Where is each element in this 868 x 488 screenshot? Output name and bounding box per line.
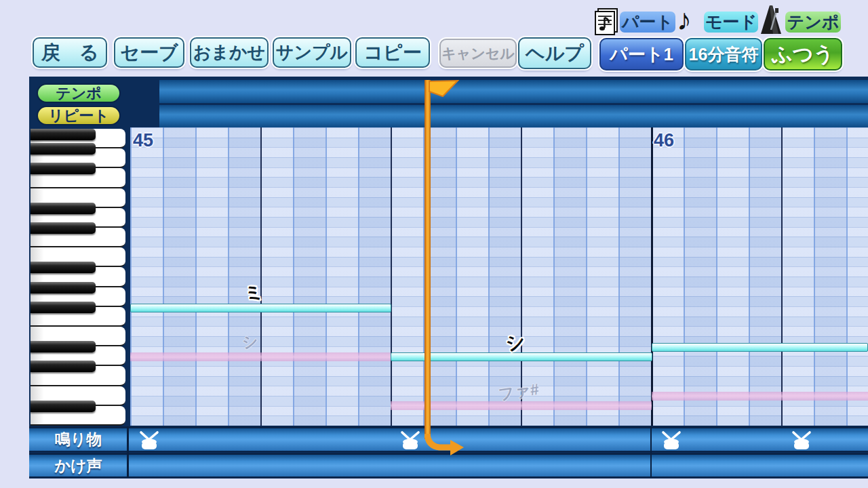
save-button[interactable]: セーブ — [114, 37, 184, 68]
drum-icon[interactable] — [790, 430, 813, 452]
tempo-lane-button-label: テンポ — [56, 83, 102, 104]
track-label-divider — [127, 426, 129, 478]
auto-button[interactable]: おまかせ — [190, 37, 269, 68]
kakegoe-track-label: かけ声 — [29, 455, 127, 476]
eighth-note-icon: ♪ — [677, 3, 692, 37]
part-tag-label: パート — [620, 12, 675, 33]
tempo-tag-label: テンポ — [785, 12, 841, 33]
piano-black-key[interactable] — [31, 361, 96, 372]
piano-black-key[interactable] — [31, 262, 96, 273]
piano-black-key[interactable] — [31, 143, 96, 155]
beat-line — [260, 127, 262, 426]
repeat-lane-button-label: リピート — [48, 106, 109, 126]
help-button-label: ヘルプ — [526, 41, 584, 66]
note-bar[interactable] — [652, 343, 868, 352]
measure-line — [651, 127, 653, 426]
tempo-lane[interactable] — [159, 80, 868, 103]
playback-cursor[interactable] — [425, 80, 479, 460]
piano-black-key[interactable] — [31, 341, 96, 352]
help-button[interactable]: ヘルプ — [518, 37, 591, 69]
mode-tag-label: モード — [704, 12, 758, 33]
tempo-lane-button[interactable]: テンポ — [37, 83, 121, 103]
metronome-icon — [758, 4, 785, 35]
drum-icon[interactable] — [660, 430, 683, 452]
sample-button[interactable]: サンプル — [273, 37, 351, 68]
other-part-note-band — [130, 352, 391, 361]
cursor-flag-icon — [427, 80, 460, 100]
cancel-button[interactable]: キャンセル — [439, 39, 517, 68]
music-editor-screen: パート ♪ モード テンポ 戻 る セーブ おまかせ サンプル コピー キャンセ… — [0, 0, 868, 488]
save-button-label: セーブ — [120, 40, 178, 66]
piano-black-key[interactable] — [31, 282, 96, 293]
beat-line — [391, 127, 392, 426]
other-part-note-band — [652, 392, 868, 401]
part-select-button[interactable]: パート1 — [599, 38, 684, 70]
part-select-value: パート1 — [610, 43, 673, 66]
measure-number: 46 — [654, 130, 674, 151]
measure-number: 45 — [133, 130, 153, 151]
back-button[interactable]: 戻 る — [33, 37, 107, 68]
copy-button-label: コピー — [363, 40, 421, 66]
narimono-label-text: 鳴り物 — [55, 429, 102, 450]
repeat-lane[interactable] — [159, 105, 868, 127]
piano-black-key[interactable] — [31, 129, 96, 140]
drum-icon[interactable] — [138, 430, 161, 452]
cancel-button-label: キャンセル — [441, 44, 514, 63]
copy-button[interactable]: コピー — [355, 37, 430, 68]
note-length-button[interactable]: 16分音符 — [685, 38, 762, 70]
tempo-tag-text: テンポ — [787, 11, 840, 33]
ghost-note-label: シ — [241, 331, 260, 354]
tempo-value-label: ふつう — [772, 41, 834, 68]
piano-black-key[interactable] — [31, 203, 96, 214]
note-bar[interactable] — [130, 304, 391, 312]
part-tag-text: パート — [622, 11, 673, 33]
sample-button-label: サンプル — [276, 41, 348, 64]
drum-icon[interactable] — [399, 430, 422, 452]
tempo-value-button[interactable]: ふつう — [764, 38, 842, 70]
piano-black-key[interactable] — [31, 401, 96, 412]
note-length-value: 16分音符 — [689, 43, 759, 66]
piano-black-key[interactable] — [31, 302, 96, 313]
cursor-arrow-icon — [425, 434, 468, 460]
mode-tag-text: モード — [705, 11, 757, 33]
beat-line — [781, 127, 783, 426]
narimono-track-label: 鳴り物 — [29, 428, 127, 451]
kakegoe-label-text: かけ声 — [54, 455, 102, 476]
auto-button-label: おまかせ — [193, 41, 265, 64]
piano-black-key[interactable] — [31, 222, 96, 234]
score-icon — [594, 8, 618, 35]
cursor-line — [425, 80, 431, 439]
piano-keyboard[interactable] — [31, 129, 127, 426]
track-measure-divider — [650, 426, 652, 478]
piano-black-key[interactable] — [31, 163, 96, 174]
back-button-label: 戻 る — [41, 40, 99, 66]
note-grid[interactable]: 4546シファ#ミシ — [130, 127, 868, 426]
repeat-lane-button[interactable]: リピート — [37, 106, 121, 125]
